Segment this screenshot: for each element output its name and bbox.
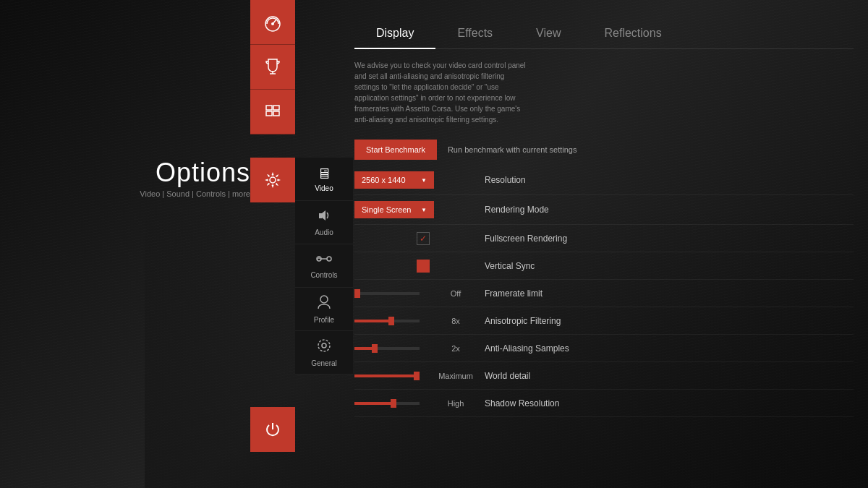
aniso-slider[interactable] xyxy=(354,320,420,322)
world-detail-row: Maximum World detail xyxy=(354,362,854,390)
resolution-label: Resolution xyxy=(485,175,526,185)
aniso-label: Anisotropic Filtering xyxy=(485,316,561,326)
menu-item-audio[interactable]: Audio xyxy=(295,201,353,244)
menu-label-audio: Audio xyxy=(315,228,333,236)
fullscreen-row: ✓ Fullscreen Rendering xyxy=(354,225,854,252)
options-section: Options Video | Sound | Controls | more xyxy=(140,158,250,198)
rendering-label: Rendering Mode xyxy=(485,205,549,215)
antialiasing-control xyxy=(354,347,434,350)
svg-rect-12 xyxy=(319,213,322,218)
fullscreen-control: ✓ xyxy=(354,232,434,245)
framerate-value: Off xyxy=(434,289,477,298)
shadow-res-fill xyxy=(354,402,393,405)
svg-rect-8 xyxy=(273,106,279,110)
aniso-control xyxy=(354,320,434,322)
world-detail-slider[interactable] xyxy=(354,374,420,377)
tab-display[interactable]: Display xyxy=(354,18,435,48)
rendering-value: Single Screen xyxy=(362,205,412,214)
general-icon xyxy=(316,338,332,357)
aniso-row: 8x Anisotropic Filtering xyxy=(354,307,854,335)
settings-area: 2560 x 1440 ▼ Resolution Single Screen ▼… xyxy=(354,166,854,417)
benchmark-row: Start Benchmark Run benchmark with curre… xyxy=(354,140,854,160)
speedometer-button[interactable] xyxy=(250,0,295,45)
menu-label-video: Video xyxy=(315,184,333,192)
menu-item-video[interactable]: 🖥 Video xyxy=(295,158,353,201)
svg-point-20 xyxy=(322,343,326,348)
shadow-res-control xyxy=(354,402,434,405)
resolution-dropdown[interactable]: 2560 x 1440 ▼ xyxy=(354,171,434,189)
advisory-text: We advise you to check your video card c… xyxy=(354,60,528,125)
antialiasing-slider[interactable] xyxy=(354,347,420,350)
shadow-res-value: High xyxy=(434,399,477,408)
rendering-mode-row: Single Screen ▼ Rendering Mode xyxy=(354,195,854,225)
menu-item-profile[interactable]: Profile xyxy=(295,288,353,331)
trophy-button[interactable] xyxy=(250,45,295,90)
resolution-value: 2560 x 1440 xyxy=(362,176,406,184)
tab-reflections[interactable]: Reflections xyxy=(582,18,683,48)
sidebar: AC ASSETTO CORSA xyxy=(0,0,295,488)
fullscreen-label: Fullscreen Rendering xyxy=(485,234,567,244)
audio-icon xyxy=(317,208,331,226)
shadow-res-label: Shadow Resolution xyxy=(485,398,559,408)
framerate-thumb[interactable] xyxy=(354,289,360,298)
framerate-slider[interactable] xyxy=(354,292,420,295)
world-detail-thumb[interactable] xyxy=(414,372,420,380)
aniso-thumb[interactable] xyxy=(388,317,394,325)
framerate-row: Off Framerate limit xyxy=(354,280,854,307)
tab-view[interactable]: View xyxy=(514,18,582,48)
rendering-control: Single Screen ▼ xyxy=(354,201,434,218)
antialiasing-fill xyxy=(354,347,374,350)
svg-point-14 xyxy=(327,257,331,261)
svg-point-11 xyxy=(270,177,276,183)
icon-strip xyxy=(250,0,295,134)
menu-label-general: General xyxy=(311,359,337,367)
antialiasing-row: 2x Anti-Aliasing Samples xyxy=(354,335,854,362)
antialiasing-value: 2x xyxy=(434,344,477,353)
svg-point-4 xyxy=(271,22,274,25)
chevron-down-icon-2: ▼ xyxy=(421,207,427,213)
svg-rect-9 xyxy=(266,111,272,116)
vsync-toggle[interactable] xyxy=(417,260,430,273)
antialiasing-thumb[interactable] xyxy=(372,344,378,353)
tab-bar: Display Effects View Reflections xyxy=(354,18,854,49)
tab-effects[interactable]: Effects xyxy=(435,18,514,48)
shadow-res-row: High Shadow Resolution xyxy=(354,390,854,417)
resolution-row: 2560 x 1440 ▼ Resolution xyxy=(354,166,854,195)
world-detail-value: Maximum xyxy=(434,372,477,380)
menu-item-controls[interactable]: Controls xyxy=(295,244,353,288)
fullscreen-checkbox[interactable]: ✓ xyxy=(417,232,430,245)
benchmark-button[interactable]: Start Benchmark xyxy=(354,140,437,160)
resolution-control: 2560 x 1440 ▼ xyxy=(354,171,434,189)
shadow-res-slider[interactable] xyxy=(354,402,420,405)
grid-button[interactable] xyxy=(250,90,295,134)
settings-active-icon[interactable] xyxy=(250,158,295,202)
svg-rect-7 xyxy=(266,106,272,110)
menu-item-general[interactable]: General xyxy=(295,331,353,374)
vsync-label: Vertical Sync xyxy=(485,261,535,271)
video-icon: 🖥 xyxy=(317,166,331,182)
aniso-value: 8x xyxy=(434,317,477,325)
world-detail-fill xyxy=(354,374,420,377)
svg-point-21 xyxy=(318,340,330,351)
vsync-row: Vertical Sync xyxy=(354,252,854,280)
shadow-res-thumb[interactable] xyxy=(391,399,396,408)
profile-icon xyxy=(317,294,331,314)
world-detail-control xyxy=(354,374,434,377)
options-title: Options xyxy=(156,158,250,188)
antialiasing-label: Anti-Aliasing Samples xyxy=(485,343,569,354)
benchmark-description: Run benchmark with current settings xyxy=(448,145,577,154)
svg-rect-10 xyxy=(273,111,279,116)
vsync-control xyxy=(354,260,434,273)
menu-label-profile: Profile xyxy=(314,316,334,324)
rendering-dropdown[interactable]: Single Screen ▼ xyxy=(354,201,434,218)
menu-label-controls: Controls xyxy=(310,271,337,279)
framerate-label: Framerate limit xyxy=(485,288,542,299)
main-content: Display Effects View Reflections We advi… xyxy=(354,18,854,474)
panel-menu: 🖥 Video Audio Controls xyxy=(295,158,353,374)
options-subtitle: Video | Sound | Controls | more xyxy=(140,189,250,198)
world-detail-label: World detail xyxy=(485,371,530,381)
aniso-fill xyxy=(354,320,391,322)
power-button[interactable] xyxy=(250,407,295,452)
framerate-control xyxy=(354,292,434,295)
chevron-down-icon: ▼ xyxy=(421,177,427,184)
